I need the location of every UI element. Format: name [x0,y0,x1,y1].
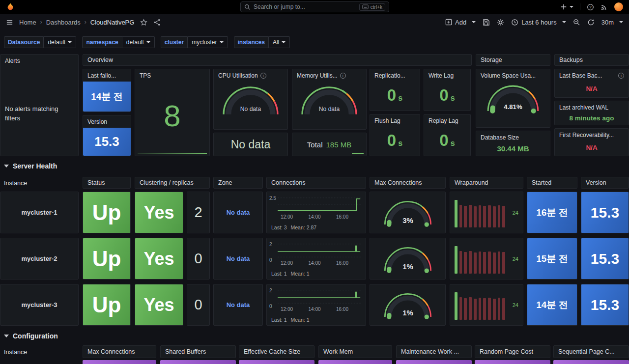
tps-sparkline [138,153,207,154]
row-header-overview[interactable]: Overview [83,54,472,66]
col-header-max-connections: Max Connections [370,177,446,189]
share-icon[interactable] [153,19,161,26]
database-size-stat: 30.44 MB [476,141,550,156]
y-axis-max: 2 [269,288,272,293]
bar-chart [455,290,505,320]
max-connections-gauge: 1% [370,238,446,280]
config-stat-partial [318,360,392,364]
search-input[interactable] [254,3,356,10]
refresh-icon[interactable] [587,19,595,26]
refresh-interval-picker[interactable]: 30m [601,19,623,26]
wraparound-chart: 24 [450,192,523,233]
panel-title[interactable]: CPU Utilisationi [214,69,287,82]
version-stat: 15.3 [581,192,629,233]
col-header-work-mem: Work Mem [318,345,392,358]
topbar-actions: ? [560,2,623,11]
connections-chart: 2 0 12:0014:0016:00 Last: 1 Mean: 1 [266,284,366,326]
svg-text:No data: No data [319,106,340,112]
shortcut-label: ctrl+k [371,4,382,10]
version-stat: 15.3 [581,238,629,280]
section-server-health[interactable]: Server Health [4,162,57,170]
chevron-down-icon [68,41,72,43]
col-header-clustering: Clustering / replicas [135,177,210,189]
chevron-down-icon [570,6,573,8]
time-range-picker[interactable]: Last 6 hours [511,19,566,26]
gauge: 3% [380,198,435,227]
settings-gear-icon[interactable] [497,19,504,26]
first-recoverability-stat: N/A [555,140,629,156]
panel-title[interactable]: Last failo... [83,69,131,82]
section-configuration[interactable]: Configuration [4,332,58,340]
col-header-started: Started [527,177,577,189]
panel-title[interactable]: Memory Utilis...i [292,69,366,82]
row-header-storage[interactable]: Storage [476,54,550,66]
help-icon[interactable]: ? [587,3,594,11]
clustering-stat: Yes [135,238,183,280]
filter-cluster-label: cluster [161,36,188,48]
breadcrumb-dashboards[interactable]: Dashboards [46,19,81,26]
grafana-logo-icon[interactable] [6,2,15,11]
replay-lag-stat: 0s [424,125,470,156]
panel-alerts: Alerts No alerts matching filters [0,54,79,156]
col-header-version: Version [581,177,629,189]
info-icon[interactable]: i [340,73,346,79]
top-bar: ctrl+k ? [0,0,629,14]
connections-sparkline [278,288,362,305]
instance-name: mycluster-2 [0,238,79,280]
zoom-out-icon[interactable] [573,19,580,26]
status-stat: Up [83,284,131,326]
panel-title[interactable]: Alerts [0,55,78,67]
grafana-dashboard: ctrl+k ? Home › Dashboards › [0,0,629,48]
add-button[interactable]: Add [445,19,476,26]
panel-title[interactable]: Volume Space Usa... [476,69,550,82]
svg-text:?: ? [589,5,592,9]
svg-text:3%: 3% [402,216,413,224]
filter-cluster-value[interactable]: mycluster [188,36,228,48]
divider [580,3,580,10]
filter-datasource-value[interactable]: default [44,36,76,48]
clock-icon [511,19,518,26]
menu-toggle-icon[interactable] [6,19,13,26]
chevron-down-icon [282,41,286,43]
alerts-message: No alerts matching filters [5,105,74,123]
config-stat-partial [83,360,156,364]
tps-stat: 8 [135,80,209,151]
add-label: Add [455,19,466,26]
write-lag-stat: 0s [424,80,470,111]
user-avatar[interactable] [614,2,623,11]
variable-filters: Datasource default namespace default clu… [0,30,629,48]
y-axis-max: 2 [269,242,272,247]
y-axis-min: 0 [269,304,272,309]
instance-name: mycluster-1 [0,192,79,233]
info-icon[interactable]: i [618,73,624,79]
filter-namespace-value[interactable]: default [122,36,155,48]
row-header-backups[interactable]: Backups [554,54,629,66]
news-icon[interactable] [600,3,608,11]
dashboard-toolbar: Home › Dashboards › CloudNativePG Add [0,14,629,30]
keyboard-icon [362,4,369,9]
version-stat: 15.3 [83,128,131,156]
chevron-down-icon [472,21,476,23]
col-header-max-connections: Max Connections [83,345,156,358]
chart-legend[interactable]: Last: 1 Mean: 1 [271,271,309,277]
save-dashboard-icon[interactable] [483,19,490,26]
panel-replay-lag: Replay Lag 0s [424,114,471,156]
panel-memory-total: Total 185 MB [292,133,367,156]
x-axis-ticks: 12:0014:0016:00 [281,260,348,266]
connections-chart: 2 0 12:0014:0016:00 Last: 1 Mean: 1 [266,238,366,280]
filter-instances-value[interactable]: All [269,36,290,48]
breadcrumb-home[interactable]: Home [19,19,36,26]
new-menu-button[interactable] [560,3,573,10]
search-box[interactable]: ctrl+k [240,1,389,12]
gauge: 1% [380,290,435,320]
chart-legend[interactable]: Last: 3 Mean: 2.87 [271,224,316,230]
clustering-stat: Yes [135,284,183,326]
wraparound-chart: 24 [450,284,523,326]
panel-version: Version 15.3 [83,115,131,156]
connections-sparkline [278,242,362,259]
chart-legend[interactable]: Last: 1 Mean: 1 [271,317,309,323]
star-icon[interactable] [140,19,147,26]
col-header-random-page-cost: Random Page Cost [475,345,550,358]
panel-title[interactable]: Version [83,115,131,128]
info-icon[interactable]: i [260,73,266,79]
